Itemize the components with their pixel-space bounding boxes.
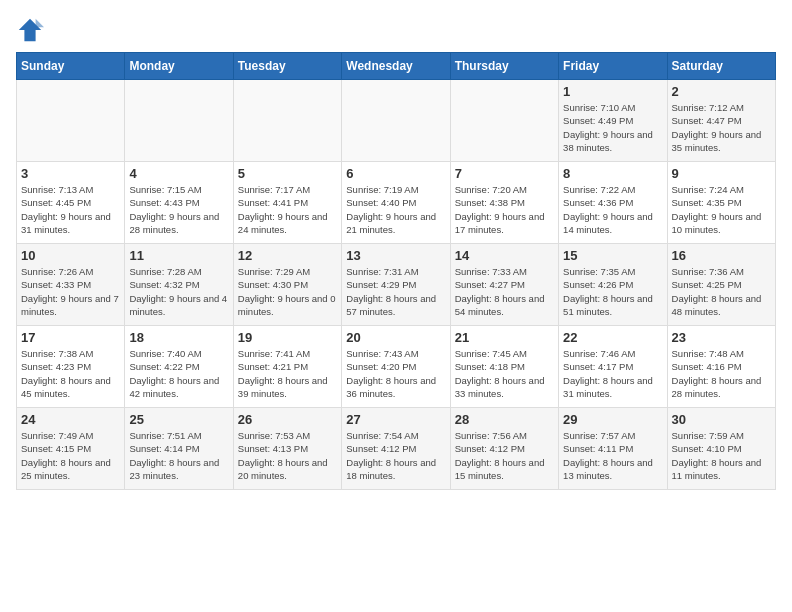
calendar-cell xyxy=(233,80,341,162)
header-saturday: Saturday xyxy=(667,53,775,80)
day-info: Sunrise: 7:20 AM Sunset: 4:38 PM Dayligh… xyxy=(455,183,554,236)
day-number: 8 xyxy=(563,166,662,181)
page-header xyxy=(16,16,776,44)
day-info: Sunrise: 7:51 AM Sunset: 4:14 PM Dayligh… xyxy=(129,429,228,482)
day-info: Sunrise: 7:54 AM Sunset: 4:12 PM Dayligh… xyxy=(346,429,445,482)
day-info: Sunrise: 7:33 AM Sunset: 4:27 PM Dayligh… xyxy=(455,265,554,318)
calendar-cell: 2Sunrise: 7:12 AM Sunset: 4:47 PM Daylig… xyxy=(667,80,775,162)
calendar-cell: 8Sunrise: 7:22 AM Sunset: 4:36 PM Daylig… xyxy=(559,162,667,244)
day-info: Sunrise: 7:40 AM Sunset: 4:22 PM Dayligh… xyxy=(129,347,228,400)
calendar-cell: 4Sunrise: 7:15 AM Sunset: 4:43 PM Daylig… xyxy=(125,162,233,244)
calendar-cell: 26Sunrise: 7:53 AM Sunset: 4:13 PM Dayli… xyxy=(233,408,341,490)
calendar-week-row: 3Sunrise: 7:13 AM Sunset: 4:45 PM Daylig… xyxy=(17,162,776,244)
calendar-cell: 10Sunrise: 7:26 AM Sunset: 4:33 PM Dayli… xyxy=(17,244,125,326)
day-info: Sunrise: 7:15 AM Sunset: 4:43 PM Dayligh… xyxy=(129,183,228,236)
day-info: Sunrise: 7:13 AM Sunset: 4:45 PM Dayligh… xyxy=(21,183,120,236)
day-number: 28 xyxy=(455,412,554,427)
day-info: Sunrise: 7:59 AM Sunset: 4:10 PM Dayligh… xyxy=(672,429,771,482)
day-info: Sunrise: 7:26 AM Sunset: 4:33 PM Dayligh… xyxy=(21,265,120,318)
day-info: Sunrise: 7:56 AM Sunset: 4:12 PM Dayligh… xyxy=(455,429,554,482)
day-info: Sunrise: 7:22 AM Sunset: 4:36 PM Dayligh… xyxy=(563,183,662,236)
day-info: Sunrise: 7:38 AM Sunset: 4:23 PM Dayligh… xyxy=(21,347,120,400)
calendar-cell: 20Sunrise: 7:43 AM Sunset: 4:20 PM Dayli… xyxy=(342,326,450,408)
calendar-cell: 17Sunrise: 7:38 AM Sunset: 4:23 PM Dayli… xyxy=(17,326,125,408)
calendar-cell: 30Sunrise: 7:59 AM Sunset: 4:10 PM Dayli… xyxy=(667,408,775,490)
calendar-cell: 25Sunrise: 7:51 AM Sunset: 4:14 PM Dayli… xyxy=(125,408,233,490)
calendar-cell: 3Sunrise: 7:13 AM Sunset: 4:45 PM Daylig… xyxy=(17,162,125,244)
calendar-cell: 15Sunrise: 7:35 AM Sunset: 4:26 PM Dayli… xyxy=(559,244,667,326)
day-number: 12 xyxy=(238,248,337,263)
header-tuesday: Tuesday xyxy=(233,53,341,80)
header-thursday: Thursday xyxy=(450,53,558,80)
day-number: 27 xyxy=(346,412,445,427)
calendar-cell: 1Sunrise: 7:10 AM Sunset: 4:49 PM Daylig… xyxy=(559,80,667,162)
calendar-cell xyxy=(125,80,233,162)
calendar-cell: 11Sunrise: 7:28 AM Sunset: 4:32 PM Dayli… xyxy=(125,244,233,326)
calendar-cell: 13Sunrise: 7:31 AM Sunset: 4:29 PM Dayli… xyxy=(342,244,450,326)
calendar-cell: 6Sunrise: 7:19 AM Sunset: 4:40 PM Daylig… xyxy=(342,162,450,244)
day-number: 22 xyxy=(563,330,662,345)
calendar-cell: 12Sunrise: 7:29 AM Sunset: 4:30 PM Dayli… xyxy=(233,244,341,326)
day-info: Sunrise: 7:35 AM Sunset: 4:26 PM Dayligh… xyxy=(563,265,662,318)
day-number: 19 xyxy=(238,330,337,345)
day-info: Sunrise: 7:28 AM Sunset: 4:32 PM Dayligh… xyxy=(129,265,228,318)
day-number: 5 xyxy=(238,166,337,181)
calendar-week-row: 24Sunrise: 7:49 AM Sunset: 4:15 PM Dayli… xyxy=(17,408,776,490)
day-info: Sunrise: 7:48 AM Sunset: 4:16 PM Dayligh… xyxy=(672,347,771,400)
calendar-cell: 21Sunrise: 7:45 AM Sunset: 4:18 PM Dayli… xyxy=(450,326,558,408)
day-number: 16 xyxy=(672,248,771,263)
calendar-cell: 22Sunrise: 7:46 AM Sunset: 4:17 PM Dayli… xyxy=(559,326,667,408)
day-number: 21 xyxy=(455,330,554,345)
day-info: Sunrise: 7:10 AM Sunset: 4:49 PM Dayligh… xyxy=(563,101,662,154)
day-number: 23 xyxy=(672,330,771,345)
day-info: Sunrise: 7:12 AM Sunset: 4:47 PM Dayligh… xyxy=(672,101,771,154)
day-number: 11 xyxy=(129,248,228,263)
header-wednesday: Wednesday xyxy=(342,53,450,80)
calendar-cell: 5Sunrise: 7:17 AM Sunset: 4:41 PM Daylig… xyxy=(233,162,341,244)
calendar-week-row: 1Sunrise: 7:10 AM Sunset: 4:49 PM Daylig… xyxy=(17,80,776,162)
day-number: 15 xyxy=(563,248,662,263)
header-sunday: Sunday xyxy=(17,53,125,80)
day-info: Sunrise: 7:57 AM Sunset: 4:11 PM Dayligh… xyxy=(563,429,662,482)
calendar-cell: 23Sunrise: 7:48 AM Sunset: 4:16 PM Dayli… xyxy=(667,326,775,408)
calendar-cell: 27Sunrise: 7:54 AM Sunset: 4:12 PM Dayli… xyxy=(342,408,450,490)
logo xyxy=(16,16,48,44)
day-info: Sunrise: 7:45 AM Sunset: 4:18 PM Dayligh… xyxy=(455,347,554,400)
calendar-cell: 19Sunrise: 7:41 AM Sunset: 4:21 PM Dayli… xyxy=(233,326,341,408)
day-number: 2 xyxy=(672,84,771,99)
header-friday: Friday xyxy=(559,53,667,80)
calendar-cell xyxy=(450,80,558,162)
day-number: 29 xyxy=(563,412,662,427)
day-number: 25 xyxy=(129,412,228,427)
day-info: Sunrise: 7:53 AM Sunset: 4:13 PM Dayligh… xyxy=(238,429,337,482)
day-number: 17 xyxy=(21,330,120,345)
day-number: 1 xyxy=(563,84,662,99)
day-number: 4 xyxy=(129,166,228,181)
calendar-week-row: 10Sunrise: 7:26 AM Sunset: 4:33 PM Dayli… xyxy=(17,244,776,326)
calendar-cell: 9Sunrise: 7:24 AM Sunset: 4:35 PM Daylig… xyxy=(667,162,775,244)
calendar-week-row: 17Sunrise: 7:38 AM Sunset: 4:23 PM Dayli… xyxy=(17,326,776,408)
day-info: Sunrise: 7:49 AM Sunset: 4:15 PM Dayligh… xyxy=(21,429,120,482)
day-info: Sunrise: 7:36 AM Sunset: 4:25 PM Dayligh… xyxy=(672,265,771,318)
calendar-cell: 29Sunrise: 7:57 AM Sunset: 4:11 PM Dayli… xyxy=(559,408,667,490)
day-number: 6 xyxy=(346,166,445,181)
header-monday: Monday xyxy=(125,53,233,80)
calendar-cell: 24Sunrise: 7:49 AM Sunset: 4:15 PM Dayli… xyxy=(17,408,125,490)
calendar-cell: 14Sunrise: 7:33 AM Sunset: 4:27 PM Dayli… xyxy=(450,244,558,326)
calendar-cell: 16Sunrise: 7:36 AM Sunset: 4:25 PM Dayli… xyxy=(667,244,775,326)
calendar-cell: 7Sunrise: 7:20 AM Sunset: 4:38 PM Daylig… xyxy=(450,162,558,244)
calendar-cell: 28Sunrise: 7:56 AM Sunset: 4:12 PM Dayli… xyxy=(450,408,558,490)
day-number: 30 xyxy=(672,412,771,427)
day-number: 7 xyxy=(455,166,554,181)
day-number: 24 xyxy=(21,412,120,427)
day-number: 14 xyxy=(455,248,554,263)
day-info: Sunrise: 7:17 AM Sunset: 4:41 PM Dayligh… xyxy=(238,183,337,236)
day-number: 3 xyxy=(21,166,120,181)
day-number: 13 xyxy=(346,248,445,263)
calendar-cell xyxy=(342,80,450,162)
day-info: Sunrise: 7:41 AM Sunset: 4:21 PM Dayligh… xyxy=(238,347,337,400)
svg-marker-1 xyxy=(36,19,44,27)
day-number: 10 xyxy=(21,248,120,263)
day-number: 18 xyxy=(129,330,228,345)
day-info: Sunrise: 7:19 AM Sunset: 4:40 PM Dayligh… xyxy=(346,183,445,236)
